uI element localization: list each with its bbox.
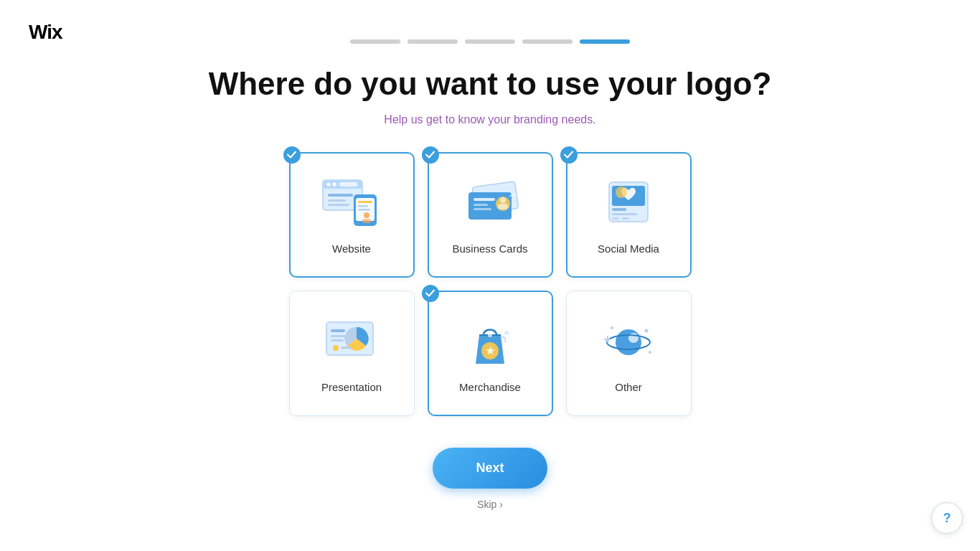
other-icon bbox=[596, 314, 661, 371]
check-badge-merchandise bbox=[422, 285, 439, 302]
svg-rect-37 bbox=[341, 347, 352, 349]
svg-rect-34 bbox=[331, 335, 347, 337]
svg-rect-18 bbox=[473, 198, 495, 201]
svg-rect-35 bbox=[331, 339, 344, 342]
svg-rect-33 bbox=[331, 329, 345, 332]
svg-rect-19 bbox=[473, 204, 488, 206]
svg-point-14 bbox=[364, 212, 369, 218]
svg-rect-23 bbox=[498, 204, 508, 209]
progress-segment-5 bbox=[580, 39, 630, 44]
svg-rect-20 bbox=[473, 208, 491, 210]
business-cards-label: Business Cards bbox=[452, 242, 527, 255]
svg-rect-30 bbox=[622, 217, 629, 220]
svg-rect-12 bbox=[358, 205, 368, 207]
check-badge-social-media bbox=[560, 146, 578, 164]
check-badge-business-cards bbox=[422, 146, 439, 164]
card-social-media[interactable]: Social Media bbox=[566, 152, 692, 278]
help-button[interactable]: ? bbox=[931, 502, 963, 534]
svg-point-41 bbox=[504, 331, 509, 335]
page-title: Where do you want to use your logo? bbox=[209, 65, 772, 103]
svg-point-45 bbox=[611, 326, 613, 329]
check-badge-website bbox=[283, 146, 301, 164]
card-business-cards[interactable]: Business Cards bbox=[428, 152, 553, 278]
business-cards-icon bbox=[458, 175, 522, 232]
svg-rect-7 bbox=[328, 199, 346, 202]
svg-rect-13 bbox=[358, 209, 370, 211]
options-grid: Website bbox=[289, 152, 692, 416]
main-content: Where do you want to use your logo? Help… bbox=[0, 44, 980, 510]
progress-segment-2 bbox=[407, 39, 458, 44]
merchandise-icon: ★ bbox=[458, 314, 522, 371]
page-subtitle: Help us get to know your branding needs. bbox=[384, 113, 595, 126]
svg-rect-28 bbox=[612, 213, 637, 215]
help-label: ? bbox=[943, 511, 951, 526]
presentation-label: Presentation bbox=[321, 381, 382, 393]
skip-chevron-icon: › bbox=[499, 499, 503, 510]
svg-point-26 bbox=[616, 187, 627, 198]
svg-rect-15 bbox=[362, 219, 371, 223]
progress-segment-3 bbox=[465, 39, 515, 44]
progress-bar bbox=[0, 0, 980, 44]
skip-link[interactable]: Skip › bbox=[477, 499, 503, 510]
svg-text:Wix: Wix bbox=[29, 21, 63, 42]
wix-logo: Wix bbox=[29, 20, 79, 47]
svg-text:★: ★ bbox=[486, 345, 495, 357]
svg-point-3 bbox=[327, 183, 331, 187]
svg-rect-5 bbox=[339, 182, 357, 187]
svg-point-36 bbox=[333, 345, 339, 351]
skip-label: Skip bbox=[477, 499, 496, 510]
progress-segment-4 bbox=[522, 39, 573, 44]
social-media-label: Social Media bbox=[598, 242, 659, 255]
merchandise-label: Merchandise bbox=[459, 381, 521, 393]
svg-rect-8 bbox=[328, 204, 349, 206]
website-label: Website bbox=[332, 242, 371, 255]
svg-point-4 bbox=[333, 183, 336, 187]
progress-segment-1 bbox=[350, 39, 400, 44]
next-button[interactable]: Next bbox=[433, 448, 547, 489]
card-other[interactable]: Other bbox=[566, 291, 692, 416]
svg-rect-27 bbox=[612, 208, 626, 211]
card-merchandise[interactable]: ★ Merchandise bbox=[428, 291, 553, 416]
card-website[interactable]: Website bbox=[289, 152, 415, 278]
svg-point-42 bbox=[616, 329, 641, 355]
svg-point-38 bbox=[488, 333, 492, 337]
svg-rect-11 bbox=[358, 201, 372, 203]
website-icon bbox=[319, 175, 384, 232]
card-presentation[interactable]: Presentation bbox=[289, 291, 415, 416]
svg-point-47 bbox=[649, 351, 651, 354]
other-label: Other bbox=[615, 381, 642, 393]
svg-point-22 bbox=[500, 197, 506, 203]
svg-rect-6 bbox=[328, 194, 353, 197]
social-media-icon bbox=[596, 175, 661, 232]
svg-rect-29 bbox=[612, 217, 619, 220]
svg-point-46 bbox=[645, 329, 649, 333]
presentation-icon bbox=[319, 314, 384, 371]
